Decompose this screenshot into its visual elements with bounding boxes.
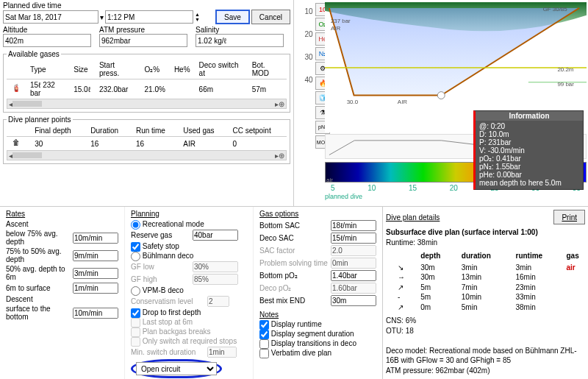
plan-row: -5m10min33min [393, 292, 588, 302]
minswitch-input [207, 347, 237, 358]
pt-dur: 16 [86, 137, 132, 151]
col-cc[interactable]: CC setpoint [228, 125, 287, 137]
rate3-input[interactable] [73, 268, 118, 279]
drop-check[interactable] [131, 308, 140, 318]
vpmb-label: VPM-B deco [143, 286, 184, 294]
svg-text:AIR: AIR [398, 99, 407, 105]
vpmb-radio[interactable] [131, 286, 140, 296]
bottomsac-input[interactable] [331, 220, 376, 231]
salinity-label: Salinity [196, 26, 219, 34]
svg-text:237 bar: 237 bar [331, 18, 351, 24]
backgas-label: Plan backgas breaks [143, 327, 211, 336]
reserve-label: Reserve gas [131, 231, 190, 239]
safety-check[interactable] [131, 242, 140, 252]
points-scrollbar[interactable]: ◂▸⊕ [7, 150, 287, 160]
gfhigh-label: GF high [131, 275, 190, 283]
pt-depth-h: depth [416, 249, 457, 263]
date-dropdown-icon[interactable]: ▾ [100, 13, 104, 21]
bestmix-label: Best mix END [259, 297, 328, 305]
col-type[interactable]: Type [26, 60, 69, 79]
print-button[interactable]: Print [553, 210, 585, 224]
plan-runtime: Runtime: 38min [386, 238, 437, 247]
rate2-input[interactable] [73, 250, 118, 261]
notes-label: Notes [259, 311, 376, 319]
altitude-label: Altitude [3, 26, 27, 34]
rate4-label: 6m to surface [6, 284, 70, 292]
col-he[interactable]: He% [170, 60, 195, 79]
svg-text:30.0: 30.0 [347, 99, 359, 105]
trash-icon[interactable]: 🗑 [11, 138, 21, 149]
point-row[interactable]: 🗑 30 16 16 AIR 0 [7, 137, 287, 151]
atm-label: ATM pressure [99, 26, 145, 34]
po2-input[interactable] [331, 270, 376, 281]
gas-row[interactable]: 🧯 15ℓ 232 bar 15.0ℓ 232.0bar 21.0% 66m 5… [7, 79, 287, 99]
col-gas[interactable]: Used gas [179, 125, 228, 137]
rec-label: Recreational mode [143, 220, 204, 228]
reserve-input[interactable] [193, 230, 238, 241]
svg-text:20.2m: 20.2m [557, 66, 573, 73]
circuit-select[interactable]: Open circuit [136, 362, 217, 375]
gas-deco: 66m [195, 79, 248, 99]
decopo2-label: Deco pO₂ [259, 284, 328, 292]
bestmix-input[interactable] [331, 295, 376, 306]
rate1-input[interactable] [73, 233, 118, 244]
rec-radio[interactable] [131, 220, 140, 230]
rate5-input[interactable] [73, 308, 118, 319]
svg-text:GF 30/85: GF 30/85 [543, 6, 568, 13]
note1-label: Display runtime [271, 320, 322, 328]
pt-cc: 0 [228, 137, 287, 151]
decosac-label: Deco SAC [259, 234, 328, 242]
problem-input [331, 258, 376, 269]
note1-check[interactable] [259, 320, 269, 330]
heat-label: air [326, 177, 333, 183]
cons-input [207, 296, 229, 307]
save-button[interactable]: Save [215, 10, 250, 24]
note3-check[interactable] [259, 339, 269, 349]
gases-scrollbar[interactable]: ◂▸⊕ [7, 99, 287, 109]
pt-gas: AIR [179, 137, 228, 151]
info-tooltip: Information @: 0:20D: 10.0m P: 231barV: … [473, 110, 584, 190]
altitude-input[interactable] [3, 34, 91, 47]
pt-depth: 30 [30, 137, 86, 151]
note2-label: Display segment duration [271, 330, 354, 338]
salinity-input[interactable] [196, 34, 284, 47]
col-dur[interactable]: Duration [86, 125, 132, 137]
col-size[interactable]: Size [69, 60, 95, 79]
gflow-input [193, 261, 238, 272]
note2-check[interactable] [259, 330, 269, 339]
plan-deco: Deco model: Recreational mode based on B… [386, 347, 577, 365]
bottomsac-label: Bottom SAC [259, 222, 328, 230]
note4-check[interactable] [259, 349, 269, 358]
atm-input[interactable] [99, 34, 187, 47]
pt-gas-h: gas [562, 249, 589, 263]
cancel-button[interactable]: Cancel [251, 10, 290, 24]
col-start[interactable]: Start press. [95, 60, 140, 79]
col-mod[interactable]: Bot. MOD [248, 60, 287, 79]
gas-size: 15.0ℓ [69, 79, 95, 99]
plan-row: ↗0m5min38min [393, 302, 588, 313]
time-spin-icon[interactable]: ▲▼ [195, 12, 200, 22]
last6-check [131, 318, 140, 327]
plan-title: Dive plan details [386, 213, 440, 222]
note3-label: Display transitions in deco [271, 339, 356, 347]
time-input[interactable] [105, 10, 193, 24]
gas-o2: 21.0% [140, 79, 170, 99]
plan-row: ↗5m7min23min [393, 283, 588, 293]
sacfactor-input [331, 245, 376, 256]
col-depth[interactable]: Final depth [30, 125, 86, 137]
last6-label: Last stop at 6m [143, 318, 193, 326]
buhl-radio[interactable] [131, 252, 140, 261]
planning-title: Planning [131, 210, 247, 218]
planner-points-legend: Dive planner points [7, 116, 73, 124]
rate4-input[interactable] [73, 283, 118, 294]
decosac-input[interactable] [331, 233, 376, 244]
col-run[interactable]: Run time [132, 125, 179, 137]
gasopt-title: Gas options [259, 210, 376, 218]
date-input[interactable] [3, 10, 98, 24]
buhl-label: Bühlmann deco [143, 252, 194, 260]
chart-title: planned dive [325, 193, 362, 200]
col-deco[interactable]: Deco switch at [195, 60, 248, 79]
minswitch-label: Min. switch duration [131, 348, 204, 356]
plan-otu: OTU: 18 [386, 327, 414, 335]
col-o2[interactable]: O₂% [140, 60, 170, 79]
